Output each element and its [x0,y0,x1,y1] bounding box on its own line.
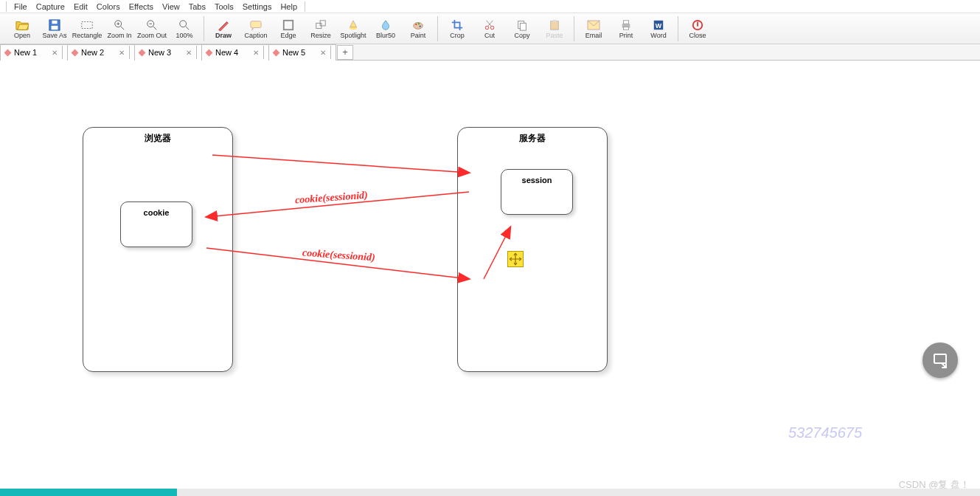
toolbar: OpenSave AsRectangleZoom InZoom Out100%D… [0,13,980,44]
paint-button[interactable]: Paint [402,15,434,43]
paste-icon [547,18,562,32]
watermark-number: 532745675 [788,424,862,441]
modified-diamond-icon [72,49,79,56]
menu-help[interactable]: Help [276,1,302,12]
email-button[interactable]: Email [577,15,610,43]
word-button[interactable]: WWord [642,15,675,43]
svg-rect-20 [551,21,559,30]
caption-button[interactable]: Caption [240,15,272,43]
toolbtn-label: Print [619,32,633,39]
close-button[interactable]: Close [681,15,714,43]
email-icon [586,18,601,32]
zoomin-button[interactable]: Zoom In [103,15,136,43]
toolbtn-label: 100% [176,32,192,39]
tab-close-icon[interactable]: ✕ [117,49,126,57]
toolbtn-label: Rectangle [72,32,102,39]
toolbtn-label: Blur50 [376,32,395,39]
zoomin-icon [112,18,127,32]
redo-icon[interactable] [326,1,335,12]
svg-point-16 [485,26,488,29]
draw-button[interactable]: Draw [207,15,240,43]
cookie-box: cookie [120,202,192,247]
paint-icon [411,18,425,32]
crop-button[interactable]: Crop [441,15,473,43]
menu-capture[interactable]: Capture [32,1,69,12]
tab-2[interactable]: New 2✕ [67,44,135,61]
tab-label: New 2 [81,48,104,57]
spotlight-icon [346,18,361,32]
resize-icon [313,18,328,32]
toolbtn-label: Draw [215,32,232,39]
tab-close-icon[interactable]: ✕ [50,49,59,57]
spotlight-button[interactable]: Spotlight [337,15,369,43]
toolbtn-label: Close [689,32,706,39]
edge-button[interactable]: Edge [272,15,305,43]
saveas-button[interactable]: Save As [38,15,71,43]
blur-button[interactable]: Blur50 [369,15,402,43]
menu-edit[interactable]: Edit [69,1,92,12]
menu-colors[interactable]: Colors [92,1,125,12]
tab-5[interactable]: New 5✕ [268,44,336,61]
toolbtn-label: Save As [42,32,66,39]
menu-tabs[interactable]: Tabs [184,1,210,12]
tab-close-icon[interactable]: ✕ [184,49,193,57]
print-icon [619,18,633,32]
menu-view[interactable]: View [158,1,184,12]
draw-icon [216,18,231,32]
toolbtn-label: Spotlight [340,32,366,39]
toolbtn-label: Zoom Out [137,32,167,39]
toolbtn-label: Resize [310,32,331,39]
resize-button[interactable]: Resize [305,15,337,43]
move-cursor-icon [507,251,524,267]
rectangle-icon [80,18,94,32]
toolbtn-label: Caption [244,32,267,39]
tab-label: New 4 [215,48,238,57]
svg-rect-2 [52,21,57,24]
menu-effects[interactable]: Effects [125,1,158,12]
svg-point-14 [418,23,420,24]
canvas: 浏览器 cookie 服务器 session cookie(sessionid)… [0,61,980,486]
svg-rect-33 [934,354,946,363]
zoom100-icon [177,18,192,32]
svg-rect-3 [82,22,92,29]
rectangle-button[interactable]: Rectangle [71,15,103,43]
menu-settings[interactable]: Settings [238,1,277,12]
copy-button[interactable]: Copy [506,15,538,43]
zoomout-button[interactable]: Zoom Out [136,15,168,43]
cut-button[interactable]: Cut [473,15,506,43]
toolbtn-label: Edge [280,32,296,39]
toolbtn-label: Open [14,32,30,39]
close-icon [690,18,705,32]
toolbtn-label: Copy [514,32,529,39]
session-box: session [501,169,573,215]
toolbtn-label: Email [585,32,602,39]
svg-rect-24 [623,21,628,24]
tab-4[interactable]: New 4✕ [201,44,269,61]
modified-diamond-icon [273,49,280,56]
add-tab-button[interactable]: + [337,45,353,60]
enter-fullscreen-icon[interactable] [922,342,958,378]
toolbtn-label: Word [650,32,666,39]
toolbtn-label: Paste [546,32,563,39]
svg-rect-1 [52,26,58,30]
tab-close-icon[interactable]: ✕ [251,49,260,57]
caption-icon [249,18,263,32]
print-button[interactable]: Print [610,15,642,43]
svg-point-6 [180,21,187,27]
menu-file[interactable]: File [10,1,32,12]
tab-close-icon[interactable]: ✕ [319,49,327,57]
svg-point-17 [490,26,493,29]
tab-label: New 3 [148,48,171,57]
menu-tools[interactable]: Tools [210,1,238,12]
zoom100-button[interactable]: 100% [168,15,201,43]
tab-3[interactable]: New 3✕ [134,44,202,61]
server-title: 服务器 [458,128,607,145]
undo-icon[interactable] [313,1,322,12]
svg-rect-19 [520,23,526,30]
svg-rect-25 [623,27,628,30]
browser-title: 浏览器 [83,128,232,145]
tab-1[interactable]: New 1✕ [0,44,68,61]
svg-rect-7 [251,21,261,28]
arrow-label-1: cookie(sessionid) [295,190,369,207]
open-button[interactable]: Open [6,15,38,43]
